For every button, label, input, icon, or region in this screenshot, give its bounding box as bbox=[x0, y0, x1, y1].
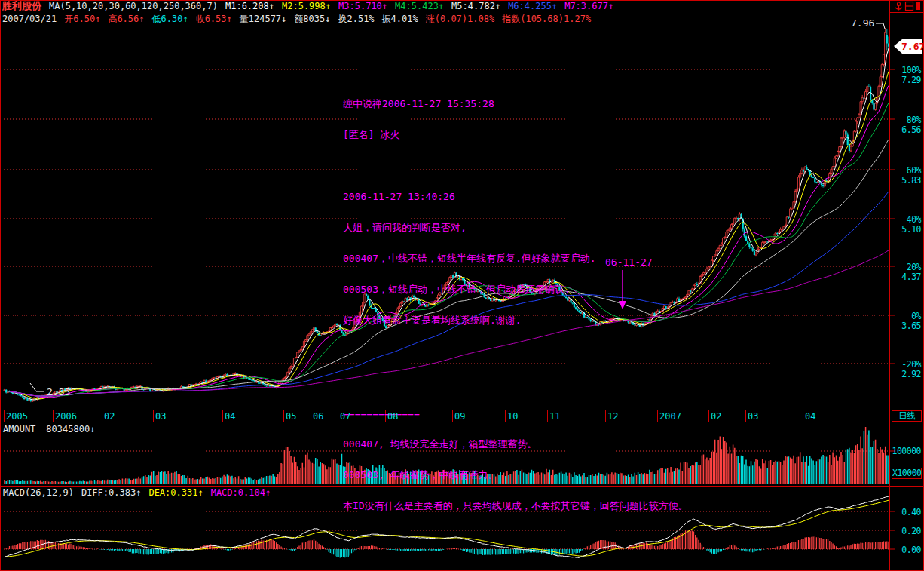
chat-line: 000503，短线启动，中线不错，但启动后还需确认. bbox=[343, 284, 688, 294]
axis-pct-label: -20% bbox=[890, 359, 921, 370]
axis-price-label: 4.37 bbox=[890, 272, 921, 282]
time-axis-label: 04 bbox=[805, 411, 815, 422]
chat-line: 大姐，请问我的判断是否对, bbox=[343, 223, 688, 232]
ma-value-5: M5:4.782↑ bbox=[451, 1, 500, 11]
ma-param-label: MA(5,10,20,30,60,120,250,360,7) bbox=[49, 1, 218, 11]
quote-field-7: 换2.51% bbox=[338, 14, 374, 24]
time-axis-label: 12 bbox=[607, 411, 618, 422]
time-axis-label: 03 bbox=[748, 411, 758, 422]
macd-histogram-positive bbox=[5, 530, 889, 550]
time-axis-label: 10 bbox=[507, 411, 518, 422]
quote-field-10: 指数(105.68)1.27% bbox=[502, 14, 591, 24]
high-price-annotation: 7.96 bbox=[851, 18, 874, 29]
chat-overlay: 缠中说禅2006-11-27 15:35:28 [匿名] 冰火 2006-11-… bbox=[343, 78, 688, 532]
low-price-annotation: 2.35 bbox=[47, 387, 70, 398]
stock-name: 胜利股份 bbox=[2, 1, 41, 11]
quote-date: 2007/03/21 bbox=[2, 14, 57, 24]
time-axis-label: 07 bbox=[340, 411, 350, 422]
macd-scale-020: 0.20 bbox=[890, 526, 921, 536]
chat-line: 本ID没有什么是主要看的，只要均线现成，不要按其它键，回答问题比较方便。 bbox=[343, 501, 688, 511]
ma-value-4: M4:5.423↑ bbox=[395, 1, 444, 11]
time-axis-label: 09 bbox=[454, 411, 465, 422]
toolbar-icons[interactable] bbox=[895, 2, 920, 11]
axis-pct-label: 20% bbox=[890, 262, 921, 272]
period-selector[interactable]: 日线 bbox=[892, 410, 922, 422]
axis-price-label: 6.56 bbox=[890, 124, 921, 135]
time-axis-label: 04 bbox=[225, 411, 235, 422]
axis-pct-label: 60% bbox=[890, 165, 921, 176]
macd-field-1: DIFF:0.383↑ bbox=[81, 487, 141, 498]
quote-field-8: 振4.01% bbox=[382, 14, 418, 24]
axis-pct-label: 100% bbox=[890, 65, 921, 75]
axis-price-label: 5.83 bbox=[890, 175, 921, 186]
event-date-annotation: 06-11-27 bbox=[605, 257, 653, 268]
volume-scale-label: 100000 bbox=[890, 446, 921, 456]
volume-title: AMOUNT bbox=[3, 424, 35, 434]
stock-chart-app: 胜利股份 MA(5,10,20,30,60,120,250,360,7) M1:… bbox=[0, 0, 924, 571]
axis-pct-label: 40% bbox=[890, 214, 921, 225]
chat-line: 000503, 年线蓄势，中线有潜力。 bbox=[343, 470, 688, 480]
ma-value-6: M6:4.255↑ bbox=[508, 1, 557, 11]
macd-title: MACD(26,12,9) bbox=[3, 487, 74, 498]
time-axis-label: 2005 bbox=[6, 411, 28, 422]
macd-field-3: MACD:0.104↑ bbox=[211, 487, 271, 498]
chat-line bbox=[343, 161, 688, 170]
header-line-2: 2007/03/21 开6.50↑高6.56↑低6.30↑收6.53↑量1245… bbox=[2, 14, 598, 24]
chat-line: [匿名] 冰火 bbox=[343, 130, 688, 140]
volume-unit-label: X10000 bbox=[892, 468, 922, 479]
ma-value-2: M2:5.998↑ bbox=[282, 1, 331, 11]
axis-price-label: 5.10 bbox=[890, 224, 921, 235]
ma-value-7: M7:3.677↑ bbox=[564, 1, 613, 11]
time-axis-label: 06 bbox=[313, 411, 323, 422]
current-price-tag: 7.67 bbox=[901, 41, 921, 52]
axis-price-label: 2.92 bbox=[890, 369, 921, 379]
volume-value: 80345800↓ bbox=[46, 424, 95, 434]
axis-price-label: 3.65 bbox=[890, 321, 921, 331]
quote-field-6: 额8035↓ bbox=[294, 14, 330, 24]
time-axis-label: 2007 bbox=[659, 411, 681, 422]
axis-pct-label: 80% bbox=[890, 115, 921, 125]
time-axis-label: 08 bbox=[387, 411, 398, 422]
macd-scale-000: 0.00 bbox=[890, 545, 921, 555]
time-axis-label: 05 bbox=[286, 411, 296, 422]
macd-values: DIFF:0.383↑DEA:0.331↑MACD:0.104↑ bbox=[81, 487, 278, 498]
quote-field-1: 开6.50↑ bbox=[64, 14, 100, 24]
quote-field-2: 高6.56↑ bbox=[108, 14, 144, 24]
chat-line bbox=[343, 377, 688, 387]
macd-scale-040: 0.40 bbox=[890, 507, 921, 517]
low-annotation-line bbox=[30, 383, 44, 391]
ma-value-3: M3:5.710↑ bbox=[338, 1, 387, 11]
chat-line: 2006-11-27 13:40:26 bbox=[343, 192, 688, 201]
time-axis-label: 02 bbox=[104, 411, 115, 422]
time-axis-label: 02 bbox=[711, 411, 721, 422]
time-axis-label: 03 bbox=[155, 411, 166, 422]
volume-pane-header: AMOUNT 80345800↓ bbox=[3, 424, 95, 434]
axis-price-label: 7.29 bbox=[890, 75, 921, 85]
chat-line: 好像大姐看盘主要是看均线系统啊.谢谢. bbox=[343, 315, 688, 325]
ma-values: M1:6.208↑M2:5.998↑M3:5.710↑M4:5.423↑M5:4… bbox=[225, 1, 621, 11]
quote-field-9: 涨(0.07)1.08% bbox=[426, 14, 494, 24]
axis-pct-label: 0% bbox=[890, 311, 921, 321]
chat-line: 000407, 均线没完全走好，箱型整理蓄势。 bbox=[343, 439, 688, 449]
quote-fields: 开6.50↑高6.56↑低6.30↑收6.53↑量124577↓额8035↓换2… bbox=[64, 14, 598, 24]
quote-field-4: 收6.53↑ bbox=[196, 14, 232, 24]
chat-line: 缠中说禅2006-11-27 15:35:28 bbox=[343, 99, 688, 109]
ma-value-1: M1:6.208↑ bbox=[225, 1, 274, 11]
high-annotation-line bbox=[876, 23, 885, 29]
header-line-1: 胜利股份 MA(5,10,20,30,60,120,250,360,7) M1:… bbox=[2, 1, 621, 11]
chat-line bbox=[343, 346, 688, 356]
macd-field-2: DEA:0.331↑ bbox=[148, 487, 203, 498]
quote-field-3: 低6.30↑ bbox=[152, 14, 188, 24]
macd-pane-header: MACD(26,12,9) DIFF:0.383↑DEA:0.331↑MACD:… bbox=[3, 487, 278, 498]
macd-histogram-negative bbox=[95, 549, 766, 558]
quote-field-5: 量124577↓ bbox=[240, 14, 287, 24]
time-axis-label: 2006 bbox=[55, 411, 77, 422]
time-axis-label: 11 bbox=[549, 411, 560, 422]
